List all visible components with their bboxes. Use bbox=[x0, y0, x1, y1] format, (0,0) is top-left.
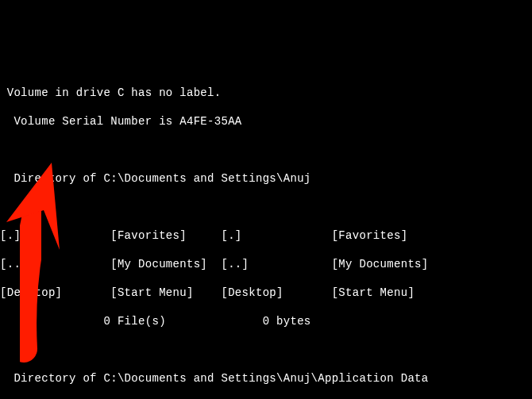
terminal-output: Volume in drive C has no label. Volume S… bbox=[0, 71, 532, 399]
blank bbox=[0, 343, 532, 357]
blank bbox=[0, 200, 532, 214]
dir-header: Directory of C:\Documents and Settings\A… bbox=[0, 171, 532, 186]
serial-line: Volume Serial Number is A4FE-35AA bbox=[0, 114, 532, 129]
dir-summary: 0 File(s) 0 bytes bbox=[0, 314, 532, 328]
blank bbox=[0, 143, 532, 157]
dir-row: [.] [Favorites] [.] [Favorites] bbox=[0, 228, 532, 243]
dir-row: [..] [My Documents] [..] [My Documents] bbox=[0, 257, 532, 271]
volume-line: Volume in drive C has no label. bbox=[0, 86, 532, 100]
dir-row: [Desktop] [Start Menu] [Desktop] [Start … bbox=[0, 286, 532, 300]
dir-header: Directory of C:\Documents and Settings\A… bbox=[0, 371, 532, 386]
